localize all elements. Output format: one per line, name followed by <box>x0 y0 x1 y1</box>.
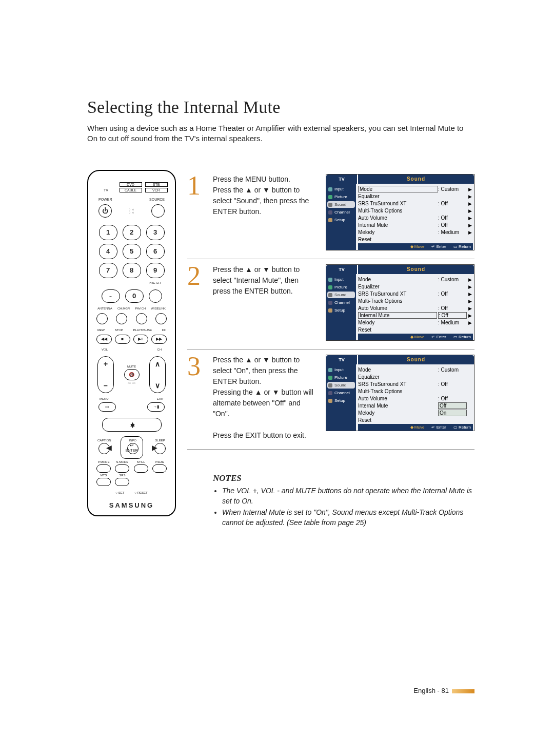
step-number-2: 2 <box>187 264 203 341</box>
intro-text: When using a device such as a Home Theat… <box>87 123 474 144</box>
step-3: 3 Press the ▲ or ▼ button to select "On"… <box>187 351 474 450</box>
remote-illustration: DVDSTB TVCABLEVCR POWERSOURCE ⏻ ○ ○○ ○ 1… <box>87 170 176 516</box>
content-row: DVDSTB TVCABLEVCR POWERSOURCE ⏻ ○ ○○ ○ 1… <box>87 170 474 529</box>
num-4: 4 <box>99 244 117 259</box>
page-footer: English - 81 <box>413 687 474 694</box>
play-button: ▶II <box>133 335 149 344</box>
osd-screenshot-2: TVSound Input Picture Sound Channel Setu… <box>326 264 474 341</box>
step-2: 2 Press the ▲ or ▼ button to select "Int… <box>187 260 474 350</box>
ch-rocker: ∧∨ <box>149 356 166 393</box>
step-text-1: Press the MENU button. Press the ▲ or ▼ … <box>213 174 315 250</box>
note-1: The VOL +, VOL - and MUTE buttons do not… <box>222 486 474 507</box>
steps-column: 1 Press the MENU button. Press the ▲ or … <box>187 170 474 529</box>
dev-stb: STB <box>145 182 168 187</box>
num-0: 0 <box>125 289 144 303</box>
source-button <box>151 204 165 218</box>
menu-button: ▭ <box>98 402 116 412</box>
num-5: 5 <box>123 244 141 259</box>
rew-button: ◀◀ <box>96 335 112 344</box>
power-label: POWER <box>98 198 112 201</box>
source-label: SOURCE <box>149 198 165 201</box>
stop-button: ■ <box>115 335 130 344</box>
num-9: 9 <box>146 263 165 278</box>
dash-button: – <box>102 289 120 303</box>
notes-title: NOTES <box>213 473 474 483</box>
prech-button <box>149 289 162 303</box>
vol-rocker: +– <box>97 356 114 393</box>
num-7: 7 <box>99 263 117 278</box>
num-1: 1 <box>99 225 117 240</box>
dev-cable: CABLE <box>120 188 142 192</box>
step-text-3: Press the ▲ or ▼ button to select "On", … <box>213 355 315 441</box>
step-number-1: 1 <box>187 174 203 250</box>
num-3: 3 <box>146 225 165 240</box>
ff-button: ▶▶ <box>151 335 167 344</box>
power-button: ⏻ <box>98 204 112 218</box>
brand-logo: SAMSUNG <box>109 501 154 509</box>
notes-section: NOTES The VOL +, VOL - and MUTE buttons … <box>187 473 474 528</box>
num-8: 8 <box>123 263 141 278</box>
exit-button: →▮ <box>147 402 165 412</box>
step-number-3: 3 <box>187 355 203 441</box>
step-1: 1 Press the MENU button. Press the ▲ or … <box>187 170 474 259</box>
mute-button: 🔇 <box>124 369 140 380</box>
remote-column: DVDSTB TVCABLEVCR POWERSOURCE ⏻ ○ ○○ ○ 1… <box>87 170 176 529</box>
step-text-2: Press the ▲ or ▼ button to select "Inter… <box>213 264 315 341</box>
dev-vcr: VCR <box>145 188 168 192</box>
dev-dvd: DVD <box>120 182 142 187</box>
num-2: 2 <box>123 225 141 240</box>
dpad: ▲ ▼ ◀ ▶ ↵ENTER <box>102 418 162 432</box>
page-title: Selecting the Internal Mute <box>87 98 474 117</box>
dev-tv: TV <box>96 188 116 192</box>
osd-screenshot-1: TVSound Input Picture Sound Channel Setu… <box>326 174 474 250</box>
osd-screenshot-3: TVSound Input Picture Sound Channel Setu… <box>326 355 474 431</box>
prech-label: PRE-CH <box>94 281 169 284</box>
note-2: When Internal Mute is set to "On", Sound… <box>222 507 474 528</box>
num-6: 6 <box>146 244 165 259</box>
